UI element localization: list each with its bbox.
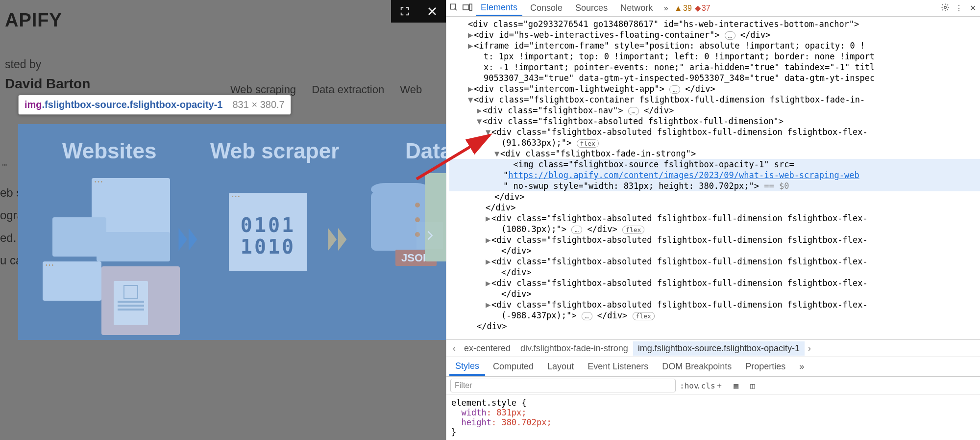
cls-toggle[interactable]: .cls (696, 381, 709, 390)
devtools-panel: Elements Console Sources Network » ▲ 39 … (446, 0, 980, 440)
element-style-selector: element.style { (451, 398, 975, 408)
tab-computed[interactable]: Computed (487, 359, 539, 375)
tooltip-classes: .fslightbox-source.fslightbox-opacity-1 (42, 99, 223, 110)
hov-toggle[interactable]: :hov (680, 381, 692, 390)
kebab-icon[interactable]: ⋮ (954, 3, 964, 13)
tab-styles[interactable]: Styles (449, 358, 485, 376)
crumb-next-icon[interactable]: › (805, 343, 814, 354)
tab-elements[interactable]: Elements (476, 0, 522, 16)
close-icon[interactable] (418, 0, 446, 23)
flex-editor-icon[interactable]: ▦ (730, 381, 742, 390)
tab-dom-breakpoints[interactable]: DOM Breakpoints (656, 359, 737, 375)
new-rule-icon[interactable]: ＋ (713, 381, 726, 391)
svg-point-4 (944, 6, 947, 8)
lightbox-image[interactable]: Websites Web scraper Data (18, 124, 446, 340)
svg-rect-3 (469, 4, 472, 10)
computed-side-icon[interactable]: ◫ (746, 381, 759, 390)
crumb-item[interactable]: div.fslightbox-fade-in-strong (515, 341, 633, 356)
page-viewport: APIFY sted by David Barton Web scraping … (0, 0, 446, 440)
devtools-toolbar: Elements Console Sources Network » ▲ 39 … (446, 0, 980, 17)
devtools-close-icon[interactable]: ✕ (967, 3, 978, 13)
inspect-tool-icon[interactable] (448, 3, 459, 14)
crumb-prev-icon[interactable]: ‹ (449, 343, 459, 354)
styles-tabs: Styles Computed Layout Event Listeners D… (446, 357, 980, 377)
dom-breadcrumb[interactable]: ‹ ex-centered div.fslightbox-fade-in-str… (446, 339, 980, 357)
tab-event-listeners[interactable]: Event Listeners (582, 359, 654, 375)
tab-properties[interactable]: Properties (739, 359, 791, 375)
styles-filter-input[interactable]: Filter (450, 379, 676, 392)
more-styles-tabs-icon[interactable]: » (793, 359, 810, 375)
errors-badge[interactable]: ◆ 37 (695, 3, 710, 13)
tab-layout[interactable]: Layout (541, 359, 580, 375)
fullscreen-icon[interactable] (391, 0, 418, 23)
tooltip-tag: img (24, 99, 42, 110)
styles-toolbar: Filter :hov .cls ＋ ▦ ◫ (446, 377, 980, 395)
warnings-badge[interactable]: ▲ 39 (674, 4, 692, 13)
tab-network[interactable]: Network (615, 1, 658, 15)
inspector-tooltip: img.fslightbox-source.fslightbox-opacity… (18, 95, 291, 115)
dom-tree[interactable]: <div class="go2933276541 go1348078617" i… (446, 17, 980, 339)
more-tabs-icon[interactable]: » (661, 4, 671, 13)
device-mode-icon[interactable] (462, 3, 473, 13)
settings-icon[interactable] (940, 3, 951, 14)
tab-sources[interactable]: Sources (570, 1, 612, 15)
selected-dom-node[interactable]: ⋯ <img class="fslightbox-source fslightb… (449, 159, 980, 170)
crumb-item[interactable]: ex-centered (459, 341, 515, 356)
styles-rules[interactable]: element.style { width: 831px; height: 38… (446, 395, 980, 440)
lightbox-controls (391, 0, 446, 23)
tab-console[interactable]: Console (525, 1, 567, 15)
svg-rect-2 (463, 5, 469, 10)
tooltip-dimensions: 831 × 380.7 (232, 99, 284, 110)
inspect-highlight-overlay (18, 124, 446, 340)
crumb-item-selected[interactable]: img.fslightbox-source.fslightbox-opacity… (633, 341, 805, 356)
